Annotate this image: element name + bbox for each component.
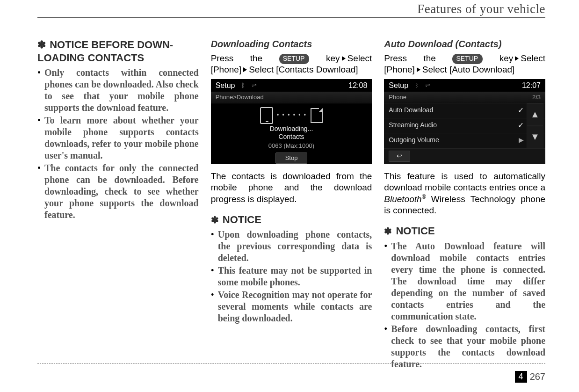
page: Features of your vehicle ✽ NOTICE BEFORE… [0,0,579,392]
list-item: •Only contacts within connected phones c… [37,67,199,114]
bullet-icon: • [37,115,41,161]
press-text-post: key [326,53,340,63]
list-item: •Upon downloading phone contacts, the pr… [211,229,372,264]
usb-icon: ⇌ [252,82,256,89]
setup-key-pill: SETUP [279,54,310,64]
status-icons: ᛒ ⇌ [415,82,522,89]
bullet-text: Upon downloading phone contacts, the pre… [218,229,372,264]
list-item: •Voice Recognition may not operate for s… [211,289,372,324]
settings-rows: Auto Download ✓ Streaming Audio ✓ Outgoi… [384,103,545,148]
bluetooth-word: Bluetooth [384,194,421,204]
column-1: ✽ NOTICE BEFORE DOWN-LOADING CONTACTS •O… [37,38,199,359]
triangle-icon [417,67,420,72]
scroll-up-button[interactable]: ▲ [527,103,543,126]
line2-phone: [Phone] [384,65,415,74]
header-title: Features of your vehicle [417,2,545,16]
body-text-auto: This feature is used to automatically do… [384,171,545,216]
scroll-buttons: ▲ ▼ [527,103,543,148]
list-item: •The Auto Download feature will download… [384,240,545,322]
bullet-icon: • [37,67,41,114]
body-pre: This feature is used to automatically do… [384,171,545,192]
chapter-number: 4 [515,371,527,383]
list-item: •This feature may not be supported in so… [211,265,372,288]
phone-icon [260,107,273,124]
screenshot-auto-download: Setup ᛒ ⇌ 12:07 Phone 2/3 Auto Download … [384,79,545,164]
notice-title-3: ✽ NOTICE [384,225,545,238]
col3-notice-bullets: •The Auto Download feature will download… [384,240,545,370]
line2-phone: [Phone] [211,65,242,74]
row-streaming-audio[interactable]: Streaming Audio ✓ [384,118,545,133]
screen-topbar: Setup ᛒ ⇌ 12:08 [211,79,372,92]
press-line: Press the SETUP keySelect [Phone]Select … [384,53,545,75]
bullet-text: The contacts for only the connected phon… [44,162,199,221]
col1-bullets: •Only contacts within connected phones c… [37,67,199,221]
list-item: •To learn more about whether your mobile… [37,115,199,161]
press-text-post: key [499,53,514,63]
bullet-icon: • [384,240,387,322]
stop-button[interactable]: Stop [275,152,308,164]
downloading-label: Downloading... [211,125,372,133]
icon-row: • • • • • • [211,107,372,124]
status-icons: ᛒ ⇌ [241,82,348,89]
bullet-text: The Auto Download feature will download … [391,240,545,322]
dots-icon: • • • • • • [277,112,307,119]
body-text-download: The contacts is downloaded from the mobi… [211,171,372,204]
page-number-text: 267 [530,371,545,382]
bullet-icon: • [211,289,214,324]
back-bar: ↩ [384,148,545,164]
bullet-text: To learn more about whether your mobile … [44,115,199,161]
screen-title: Setup [216,81,235,90]
list-item: •The contacts for only the connected pho… [37,162,199,221]
col2-notice-bullets: •Upon downloading phone contacts, the pr… [211,229,372,324]
notice-title-text: NOTICE [223,214,261,225]
bluetooth-icon: ᛒ [415,82,419,89]
line2-rest: Select [Contacts Download] [249,65,358,74]
column-2: Downloading Contacts Press the SETUP key… [211,38,372,359]
row-outgoing-volume[interactable]: Outgoing Volume ▶ [384,133,545,148]
line2-rest: Select [Auto Download] [422,65,515,74]
header-rule [37,17,545,18]
back-button[interactable]: ↩ [389,151,410,162]
bullet-icon: • [37,162,41,221]
press-line: Press the SETUP keySelect [Phone]Select … [211,53,372,75]
asterisk-icon: ✽ [211,215,219,225]
bullet-text: Before downloading contacts, first check… [391,323,545,370]
row-label: Outgoing Volume [389,136,439,145]
triangle-icon [243,67,247,72]
select-text: Select [347,53,372,63]
screen-title: Setup [389,81,408,90]
clock: 12:07 [522,81,541,90]
contacts-label: Contacts [211,133,372,141]
press-text-pre: Press the [384,53,436,63]
crumb-text: Phone [389,94,406,101]
bluetooth-icon: ᛒ [241,82,245,89]
triangle-icon [515,56,519,61]
screenshot-downloading: Setup ᛒ ⇌ 12:08 Phone>Download • • • • •… [211,79,372,164]
check-icon: ✓ [518,106,524,115]
asterisk-icon: ✽ [37,39,46,51]
check-icon: ✓ [518,121,524,130]
select-text: Select [521,53,545,63]
page-indicator: 2/3 [532,94,541,101]
press-text-pre: Press the [211,53,263,63]
notice-title-text: NOTICE BEFORE DOWN-LOADING CONTACTS [37,39,173,64]
content-columns: ✽ NOTICE BEFORE DOWN-LOADING CONTACTS •O… [37,38,545,359]
document-icon [311,108,323,123]
screen-topbar: Setup ᛒ ⇌ 12:07 [384,79,545,92]
bullet-icon: • [211,229,214,264]
setup-key-pill: SETUP [452,54,483,64]
row-auto-download[interactable]: Auto Download ✓ [384,103,545,118]
list-item: •Before downloading contacts, first chec… [384,323,545,370]
chevron-right-icon: ▶ [519,136,524,145]
row-label: Streaming Audio [389,121,437,130]
bullet-text: This feature may not be supported in som… [218,265,372,288]
notice-title-1: ✽ NOTICE BEFORE DOWN-LOADING CONTACTS [37,38,199,64]
bullet-text: Voice Recognition may not operate for se… [218,289,372,324]
page-number: 4 267 [515,371,545,383]
scroll-down-button[interactable]: ▼ [527,126,543,148]
counter-label: 0063 (Max:1000) [211,142,372,150]
notice-title-2: ✽ NOTICE [211,213,372,226]
breadcrumb: Phone>Download [211,92,372,103]
footer-rule [37,363,545,364]
column-3: Auto Download (Contacts) Press the SETUP… [384,38,545,359]
